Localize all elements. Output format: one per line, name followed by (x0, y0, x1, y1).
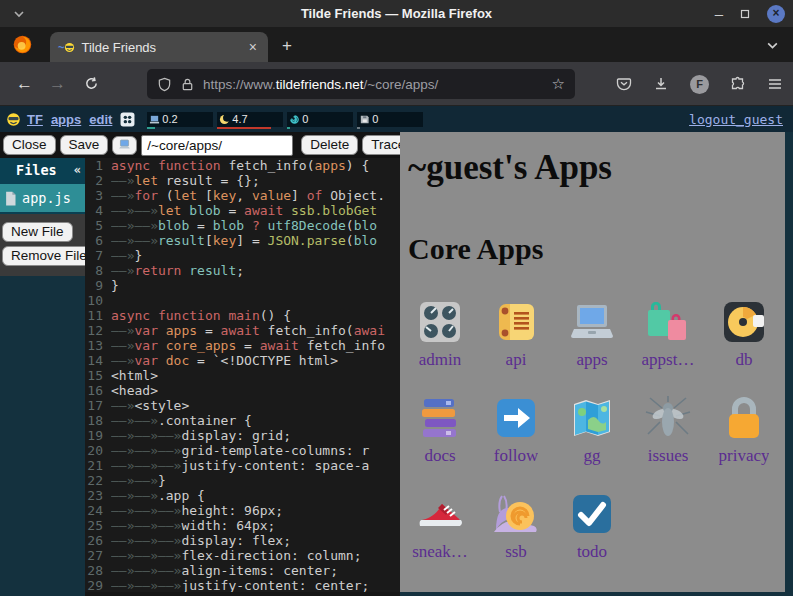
code-line: 27——»——»——»flex-direction: column; (85, 548, 400, 563)
downloads-icon[interactable] (653, 76, 669, 92)
code-text: ——»——»——»flex-direction: column; (111, 548, 400, 563)
app-label: gg (584, 446, 601, 466)
site-link-edit[interactable]: edit (89, 112, 112, 127)
code-line: 8——»return result; (85, 263, 400, 278)
file-list: app.js (0, 184, 85, 212)
code-text: ——»var apps = await fetch_info(awai (111, 323, 400, 338)
code-text: <head> (111, 383, 400, 398)
browser-tab[interactable]: ~ Tilde Friends × (50, 32, 268, 62)
code-line: 25——»——»——»width: 64px; (85, 518, 400, 533)
editor-toolbar: Close Save Delete Trace (0, 132, 400, 158)
tab-bar: ~ Tilde Friends × + (0, 27, 793, 62)
site-link-apps[interactable]: apps (51, 112, 81, 127)
app-sneak[interactable]: sneak… (402, 478, 478, 574)
meter-value: 0 (302, 113, 308, 125)
list-tabs-chevron-icon[interactable] (766, 39, 779, 52)
minimize-button[interactable]: – (715, 9, 723, 19)
tab-favicon-icon: ~ (58, 41, 75, 53)
new-tab-button[interactable]: + (282, 36, 292, 56)
books-icon (416, 394, 464, 442)
firefox-logo-icon[interactable] (12, 34, 33, 55)
line-number: 21 (85, 458, 111, 473)
app-admin[interactable]: admin (402, 286, 478, 382)
extensions-puzzle-icon[interactable] (730, 76, 746, 92)
meter-2: 0 (287, 112, 353, 127)
app-label: follow (494, 446, 538, 466)
line-number: 16 (85, 383, 111, 398)
app-label: admin (419, 350, 462, 370)
app-label: todo (577, 542, 607, 562)
code-text: ——»——»——»justify-content: space-a (111, 458, 400, 473)
tab-close-icon[interactable]: × (246, 39, 260, 55)
app-privacy[interactable]: privacy (706, 382, 782, 478)
remove-file-button[interactable]: Remove File (2, 246, 96, 266)
collapse-sidebar-icon[interactable]: « (74, 163, 81, 177)
line-number: 25 (85, 518, 111, 533)
pocket-icon[interactable] (616, 76, 632, 92)
snail-icon (492, 490, 540, 538)
meter-bar (357, 127, 360, 129)
code-line: 5——»——»blob = blob ? utf8Decode(blo (85, 218, 400, 233)
code-line: 13——»var core_apps = await fetch_info (85, 338, 400, 353)
app-db[interactable]: db (706, 286, 782, 382)
app-apps[interactable]: apps (554, 286, 630, 382)
code-text: ——»——»——»align-items: center; (111, 563, 400, 578)
app-ssb[interactable]: ssb (478, 478, 554, 574)
url-text[interactable]: https://www.tildefriends.net/~core/apps/ (203, 77, 544, 92)
url-bar[interactable]: https://www.tildefriends.net/~core/apps/… (147, 69, 575, 99)
meter-bar (217, 127, 271, 129)
meter-bar (287, 127, 290, 129)
lock-icon (720, 394, 768, 442)
close-editor-button[interactable]: Close (3, 135, 56, 155)
code-editor[interactable]: 1async function fetch_info(apps) {2——»le… (85, 158, 400, 592)
code-text: ——»——».container { (111, 413, 400, 428)
https-lock-icon[interactable] (180, 77, 195, 92)
sneaker-icon (416, 490, 464, 538)
code-text: ——»——»——»grid-template-columns: r (111, 443, 400, 458)
new-file-button[interactable]: New File (2, 222, 73, 242)
code-text: ——»} (111, 248, 400, 263)
forward-button: → (49, 74, 66, 94)
code-text: ——»——»blob = blob ? utf8Decode(blo (111, 218, 400, 233)
code-text: ——»——»result[key] = JSON.parse(blo (111, 233, 400, 248)
app-gg[interactable]: gg (554, 382, 630, 478)
back-button[interactable]: ← (16, 74, 33, 94)
close-button[interactable]: × (767, 5, 785, 23)
tracking-shield-icon[interactable] (157, 77, 172, 92)
code-text: ——»——»——»width: 64px; (111, 518, 400, 533)
code-line: 11async function main() { (85, 308, 400, 323)
app-issues[interactable]: issues (630, 382, 706, 478)
code-text: ——»——»let blob = await ssb.blobGet (111, 203, 400, 218)
site-link-tf[interactable]: TF (27, 112, 43, 127)
file-item-app.js[interactable]: app.js (0, 184, 85, 212)
computer-icon-button[interactable] (112, 136, 137, 155)
app-docs[interactable]: docs (402, 382, 478, 478)
bookmark-star-icon[interactable]: ☆ (552, 75, 565, 93)
restore-button[interactable] (739, 8, 751, 20)
save-button[interactable]: Save (60, 135, 109, 155)
code-text: ——»return result; (111, 263, 400, 278)
page-viewport: TFappsedit 0.24.700 logout_guest Close S… (0, 106, 793, 596)
logout-link[interactable]: logout_guest (689, 112, 787, 127)
minidisc-icon (720, 298, 768, 346)
app-follow[interactable]: follow (478, 382, 554, 478)
apps-panel-title: ~guest's Apps (408, 148, 785, 188)
line-number: 22 (85, 473, 111, 488)
meter-3: 0 (357, 112, 423, 127)
code-line: 2——»let result = {}; (85, 173, 400, 188)
apps-grid-icon[interactable] (120, 112, 135, 127)
editor-pane: Close Save Delete Trace Files « app.js (0, 132, 400, 596)
account-avatar[interactable]: F (690, 75, 709, 94)
path-input[interactable] (141, 135, 293, 156)
line-number: 9 (85, 278, 111, 293)
line-number: 11 (85, 308, 111, 323)
reload-button[interactable] (84, 76, 99, 91)
app-menu-icon[interactable] (767, 76, 783, 92)
app-appst[interactable]: appst… (630, 286, 706, 382)
app-api[interactable]: api (478, 286, 554, 382)
world-map-icon (568, 394, 616, 442)
code-text: ——»——»} (111, 473, 400, 488)
app-todo[interactable]: todo (554, 478, 630, 574)
delete-button[interactable]: Delete (301, 135, 358, 155)
window-menu-chevron-icon[interactable] (12, 7, 26, 21)
